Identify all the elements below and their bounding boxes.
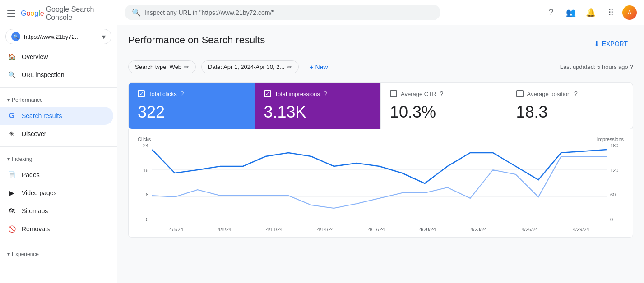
divider-2 xyxy=(0,146,117,147)
chart-left-label: Clicks xyxy=(138,137,151,142)
metric-header-position: Average position ? xyxy=(516,90,624,97)
page-header: Performance on Search results ⬇ EXPORT xyxy=(128,34,633,53)
chevron-down-icon: ▾ xyxy=(7,251,10,257)
sidebar-item-video-pages-label: Video pages xyxy=(22,189,57,196)
sidebar-item-pages[interactable]: 📄 Pages xyxy=(0,166,113,184)
chart-container: Clicks Impressions 241680 xyxy=(128,129,633,238)
discover-icon: ✳ xyxy=(7,129,16,138)
divider-1 xyxy=(0,87,117,88)
removals-icon: 🚫 xyxy=(7,224,16,233)
sidebar-item-url-inspection[interactable]: 🔍 URL inspection xyxy=(0,66,113,84)
topbar-icons: ? 👥 🔔 ⠿ A xyxy=(543,5,637,21)
sidebar-item-overview[interactable]: 🏠 Overview xyxy=(0,48,113,66)
help-icon[interactable]: ? xyxy=(543,5,559,21)
notifications-icon[interactable]: 🔔 xyxy=(583,5,599,21)
new-filter-button[interactable]: + New xyxy=(304,61,333,73)
sidebar-item-discover-label: Discover xyxy=(22,130,46,137)
x-label-2: 4/8/24 xyxy=(218,227,232,232)
search-type-label: Search type: Web xyxy=(135,64,181,70)
export-button[interactable]: ⬇ EXPORT xyxy=(588,37,633,50)
sidebar-header: Google Google Search Console xyxy=(0,0,117,27)
filter-bar: Search type: Web ✏ Date: Apr 1, 2024-Apr… xyxy=(128,60,633,73)
x-label-6: 4/20/24 xyxy=(419,227,436,232)
metrics-container: Total clicks ? 322 Total impressions ? 3… xyxy=(128,82,633,129)
url-inspection-bar[interactable]: 🔍 Inspect any URL in "https://www.21by72… xyxy=(125,5,440,20)
metric-checkbox-ctr[interactable] xyxy=(390,90,397,97)
chevron-down-icon: ▾ xyxy=(7,156,10,162)
apps-icon[interactable]: ⠿ xyxy=(602,5,619,21)
metric-label-position: Average position xyxy=(527,91,571,97)
help-icon-clicks[interactable]: ? xyxy=(181,90,184,97)
sidebar-item-pages-label: Pages xyxy=(22,171,40,178)
sidebar-item-discover[interactable]: ✳ Discover xyxy=(0,125,113,143)
x-label-4: 4/14/24 xyxy=(317,227,334,232)
edit-icon: ✏ xyxy=(287,64,292,70)
property-url: https://www.21by72... xyxy=(24,33,98,40)
help-icon-ctr[interactable]: ? xyxy=(440,90,444,97)
metric-card-total-clicks: Total clicks ? 322 xyxy=(129,83,255,129)
help-icon[interactable]: ? xyxy=(630,64,633,70)
sidebar: Google Google Search Console 🔍 https://w… xyxy=(0,0,117,283)
metric-header-clicks: Total clicks ? xyxy=(138,90,246,97)
metric-label-impressions: Total impressions xyxy=(275,91,320,97)
page-title: Performance on Search results xyxy=(128,34,265,46)
sidebar-section-experience[interactable]: ▾ Experience xyxy=(0,247,117,261)
sidebar-item-search-results[interactable]: G Search results xyxy=(0,107,113,125)
sidebar-item-sitemaps[interactable]: 🗺 Sitemaps xyxy=(0,202,113,220)
chart-right-label: Impressions xyxy=(597,137,624,142)
chart-area: 241680 xyxy=(138,143,624,224)
chart-x-labels: 4/5/24 4/8/24 4/11/24 4/14/24 4/17/24 4/… xyxy=(138,227,624,232)
download-icon: ⬇ xyxy=(594,40,599,47)
metric-header-ctr: Average CTR ? xyxy=(390,90,498,97)
sidebar-item-sitemaps-label: Sitemaps xyxy=(22,207,48,215)
search-type-filter[interactable]: Search type: Web ✏ xyxy=(128,60,196,73)
search-placeholder: Inspect any URL in "https://www.21by72.c… xyxy=(144,9,433,16)
x-label-8: 4/26/24 xyxy=(522,227,538,232)
hamburger-menu[interactable] xyxy=(7,10,15,17)
sidebar-section-indexing[interactable]: ▾ Indexing xyxy=(0,152,117,166)
help-icon-position[interactable]: ? xyxy=(574,90,578,97)
sidebar-item-search-results-label: Search results xyxy=(22,112,62,119)
x-label-7: 4/23/24 xyxy=(470,227,487,232)
avatar[interactable]: A xyxy=(622,5,637,20)
date-filter[interactable]: Date: Apr 1, 2024-Apr 30, 2... ✏ xyxy=(201,60,299,73)
sitemaps-icon: 🗺 xyxy=(7,206,16,215)
plus-icon: + xyxy=(310,64,313,71)
metric-checkbox-clicks[interactable] xyxy=(138,90,145,97)
search-icon: 🔍 xyxy=(132,8,141,17)
sidebar-item-removals[interactable]: 🚫 Removals xyxy=(0,220,113,238)
metric-card-average-position: Average position ? 18.3 xyxy=(507,83,633,129)
metric-value-impressions: 3.13K xyxy=(264,103,372,122)
metric-value-clicks: 322 xyxy=(138,103,246,122)
property-icon: 🔍 xyxy=(11,32,20,41)
property-selector[interactable]: 🔍 https://www.21by72... ▾ xyxy=(5,29,111,44)
sidebar-item-removals-label: Removals xyxy=(22,225,50,233)
search-icon: 🔍 xyxy=(7,70,16,79)
divider-3 xyxy=(0,242,117,242)
sidebar-item-video-pages[interactable]: ▶ Video pages xyxy=(0,184,113,202)
sidebar-section-performance[interactable]: ▾ Performance xyxy=(0,93,117,107)
help-icon-impressions[interactable]: ? xyxy=(324,90,327,97)
metric-checkbox-position[interactable] xyxy=(516,90,524,97)
metric-checkbox-impressions[interactable] xyxy=(264,90,271,97)
home-icon: 🏠 xyxy=(7,52,16,61)
x-label-9: 4/29/24 xyxy=(573,227,589,232)
sidebar-item-overview-label: Overview xyxy=(22,53,48,60)
x-label-1: 4/5/24 xyxy=(169,227,183,232)
app-logo: Google Google Search Console xyxy=(21,5,110,22)
people-icon[interactable]: 👥 xyxy=(563,5,579,21)
video-icon: ▶ xyxy=(7,188,16,197)
metric-header-impressions: Total impressions ? xyxy=(264,90,372,97)
main-content: 🔍 Inspect any URL in "https://www.21by72… xyxy=(117,0,644,283)
chevron-down-icon: ▾ xyxy=(7,97,10,103)
performance-chart xyxy=(152,143,607,224)
last-updated-text: Last updated: 5 hours ago ? xyxy=(560,64,633,70)
google-g-icon: G xyxy=(7,111,16,120)
metric-card-average-ctr: Average CTR ? 10.3% xyxy=(381,83,507,129)
page-content: Performance on Search results ⬇ EXPORT S… xyxy=(117,25,644,283)
metric-label-clicks: Total clicks xyxy=(148,91,177,97)
date-label: Date: Apr 1, 2024-Apr 30, 2... xyxy=(208,64,284,70)
chevron-down-icon: ▾ xyxy=(102,32,106,41)
topbar: 🔍 Inspect any URL in "https://www.21by72… xyxy=(117,0,644,25)
sidebar-item-url-inspection-label: URL inspection xyxy=(22,71,64,78)
